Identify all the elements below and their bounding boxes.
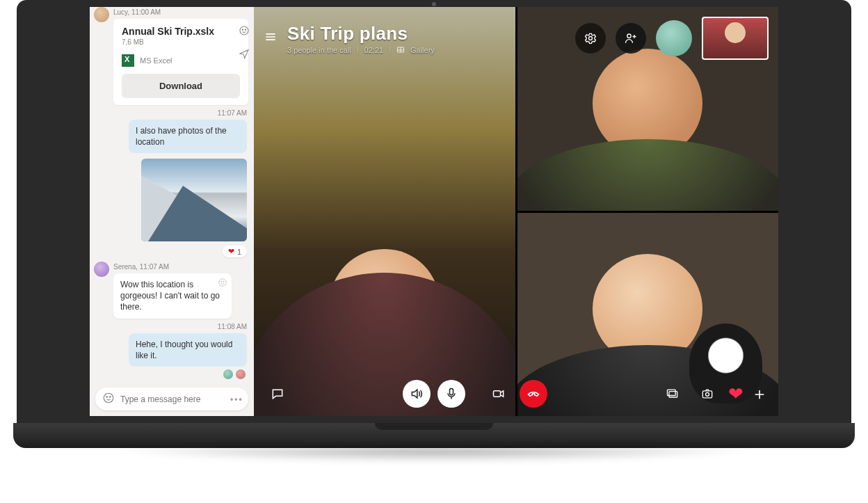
menu-icon[interactable] (264, 30, 278, 47)
svg-point-10 (589, 37, 593, 40)
file-app-label: MS Excel (140, 56, 172, 65)
send-icon[interactable] (239, 48, 250, 61)
call-people-count: 3 people in the call (287, 46, 351, 54)
settings-button[interactable] (575, 23, 606, 54)
svg-point-7 (106, 397, 108, 398)
reaction-count: 1 (237, 248, 241, 256)
svg-rect-15 (668, 390, 676, 395)
snapshot-icon (700, 387, 714, 401)
receipt-avatar (236, 369, 246, 379)
call-subline: 3 people in the call | 02:21 | Gallery (287, 46, 435, 54)
timestamp: 11:08 AM (90, 320, 254, 332)
svg-point-11 (627, 34, 631, 38)
excel-icon (122, 54, 134, 67)
reaction-chip[interactable]: ❤ 1 (223, 246, 247, 257)
hangup-button[interactable] (520, 380, 547, 408)
add-person-icon (624, 31, 638, 45)
svg-point-3 (219, 279, 227, 287)
laptop-camera (432, 2, 436, 6)
svg-point-0 (240, 26, 248, 35)
mic-button[interactable] (437, 380, 465, 408)
speaker-icon (410, 387, 424, 401)
participant-bubble[interactable] (656, 20, 692, 56)
chat-pane: Lucy, 11:00 AM Annual Ski Trip.xslx 7 (90, 7, 254, 416)
message-out[interactable]: Hehe, I thought you would like it. (129, 333, 247, 367)
svg-point-6 (104, 393, 113, 403)
read-receipts (90, 368, 254, 382)
message-meta: Serena, 11:07 AM (90, 262, 254, 272)
video-button[interactable] (485, 380, 513, 408)
message-meta: Lucy, 11:00 AM (90, 7, 254, 17)
snapshot-button[interactable] (693, 380, 721, 408)
svg-rect-12 (450, 389, 453, 395)
download-button[interactable]: Download (122, 74, 240, 98)
svg-point-2 (245, 29, 246, 30)
svg-point-17 (706, 392, 709, 396)
svg-rect-14 (669, 392, 677, 397)
skype-app: Lucy, 11:00 AM Annual Ski Trip.xslx 7 (90, 7, 778, 416)
photo-attachment[interactable] (141, 159, 247, 241)
message-composer[interactable]: ••• (95, 388, 248, 410)
timestamp: 11:07 AM (90, 106, 254, 118)
screenshare-button[interactable] (659, 380, 686, 408)
react-emoji-icon[interactable] (218, 278, 227, 290)
add-participant-button[interactable] (616, 23, 646, 54)
emoji-icon[interactable] (239, 25, 250, 38)
hangup-icon (527, 387, 540, 401)
call-duration: 02:21 (364, 46, 384, 54)
chat-icon (271, 387, 284, 401)
screenshare-icon (666, 387, 680, 401)
laptop-shadow (13, 448, 855, 483)
file-size: 7,6 MB (122, 38, 240, 46)
receipt-avatar (223, 369, 233, 379)
more-options-icon[interactable]: ••• (230, 394, 243, 404)
svg-point-4 (221, 281, 222, 282)
svg-rect-16 (702, 391, 712, 398)
svg-point-5 (223, 281, 224, 282)
open-chat-button[interactable] (264, 380, 291, 408)
speaker-button[interactable] (403, 380, 431, 408)
emoji-picker-icon[interactable] (102, 392, 115, 406)
svg-point-1 (242, 29, 243, 30)
gallery-view-icon (396, 46, 405, 54)
avatar-lucy (94, 7, 109, 22)
message-input[interactable] (120, 394, 225, 404)
video-icon (492, 387, 506, 401)
self-view-pip[interactable] (702, 17, 769, 60)
mic-icon (444, 387, 458, 401)
heart-icon: ❤ (228, 247, 234, 256)
add-reaction-button[interactable]: ＋ (750, 383, 769, 405)
file-name: Annual Ski Trip.xslx (122, 26, 240, 37)
svg-rect-13 (494, 391, 501, 397)
gear-icon (584, 31, 597, 45)
call-pane: Ski Trip plans 3 people in the call | 02… (254, 7, 778, 416)
call-view-mode[interactable]: Gallery (410, 46, 435, 54)
call-title: Ski Trip plans (287, 23, 435, 45)
file-attachment-card[interactable]: Annual Ski Trip.xslx 7,6 MB MS Excel Dow… (113, 19, 248, 105)
avatar-serena (94, 262, 109, 277)
message-out[interactable]: I also have photos of the location (129, 120, 247, 153)
message-text: Wow this location is gorgeous! I can't w… (120, 280, 220, 312)
heart-reaction-button[interactable]: ❤ (728, 383, 744, 405)
video-tile-main[interactable] (254, 7, 515, 416)
message-in[interactable]: Wow this location is gorgeous! I can't w… (113, 273, 232, 319)
svg-point-8 (110, 397, 111, 398)
